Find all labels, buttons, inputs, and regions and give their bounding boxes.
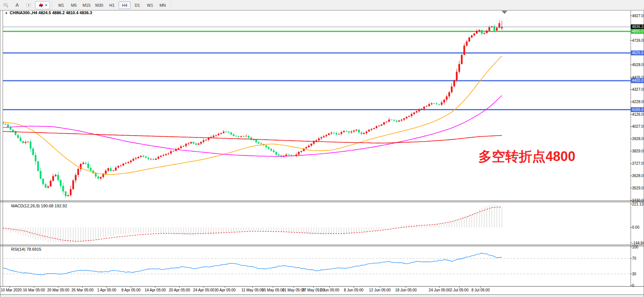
- timeframe-button-d1[interactable]: D1: [131, 1, 143, 9]
- fibonacci-tool-button[interactable]: F: [0, 1, 11, 9]
- price-tick-label: 4228.0: [632, 100, 644, 104]
- price-tick-label: 3727.0: [632, 161, 644, 165]
- price-tick-label: 3829.0: [632, 149, 644, 153]
- candle: [37, 161, 39, 171]
- date-tick-label: 2 Jul 05:00: [450, 288, 469, 292]
- toolbar-separator: [171, 1, 172, 9]
- date-tick-label: 11 May 05:00: [241, 288, 264, 292]
- terminal-window: F A T ▾ M1M5M15M30H1H4D1W1MN 多空转折点4800▼C…: [0, 0, 644, 297]
- date-tick-label: 18 Jun 05:00: [395, 288, 417, 292]
- date-tick-label: 1 Apr 05:00: [97, 288, 116, 292]
- price-annotation: 多空转折点4800: [478, 149, 575, 164]
- macd-tick-label: -144.84: [632, 241, 644, 245]
- price-badge: 4625.0: [632, 51, 644, 55]
- candle: [72, 179, 74, 190]
- svg-text:F: F: [7, 5, 9, 7]
- date-tick-label: 24 Jun 05:00: [429, 288, 450, 292]
- rsi-tick-label: 0: [632, 284, 634, 288]
- date-tick-label: 30 Apr 05:00: [215, 288, 236, 292]
- text-tool-icon: T: [26, 2, 31, 9]
- timeframe-button-m15[interactable]: M15: [81, 1, 93, 9]
- date-tick-label: 8 Jun 05:00: [344, 288, 364, 292]
- bottom-scroll-strip[interactable]: [0, 295, 644, 297]
- price-tick-label: 3928.0: [632, 137, 644, 141]
- macd-label: MACD(12,26,9) 190.68 192.92: [11, 204, 67, 208]
- macd-tick-label: 221.13: [632, 202, 644, 206]
- collapse-triangle-icon[interactable]: ▼: [5, 12, 8, 15]
- date-tick-label: 26 Mar 05:00: [72, 288, 94, 292]
- date-tick-label: 10 Mar 2020: [1, 288, 22, 292]
- rsi-label: RSI(14) 78.6915: [11, 247, 41, 251]
- price-badge: 4165.0: [632, 108, 644, 112]
- text-label-tool-button[interactable]: A: [12, 1, 22, 9]
- price-tick-label: 4726.0: [632, 38, 644, 43]
- rsi-tick-label: 30: [632, 272, 637, 276]
- timeframe-button-h1[interactable]: H1: [106, 1, 118, 9]
- price-badge: 4400.0: [632, 78, 644, 83]
- date-tick-label: 21 May 05:00: [282, 288, 305, 292]
- price-tick-label: 4027.0: [632, 124, 644, 129]
- date-tick-label: 15 May 05:00: [262, 288, 285, 292]
- date-tick-label: 20 Apr 05:00: [169, 288, 190, 292]
- price-tick-label: 3529.0: [632, 186, 644, 190]
- chevron-down-icon: ▾: [45, 3, 47, 7]
- price-tick-label: 4126.0: [632, 112, 644, 117]
- fibonacci-tool-icon: F: [3, 2, 8, 9]
- date-tick-label: 16 Mar 05:00: [23, 288, 45, 292]
- timeframe-button-m1[interactable]: M1: [55, 1, 67, 9]
- timeframe-button-m5[interactable]: M5: [68, 1, 80, 9]
- rsi-tick-label: 70: [632, 256, 637, 260]
- toolbar-separator: [52, 1, 53, 9]
- price-badge: 4836.3: [632, 25, 644, 29]
- text-tool-button[interactable]: T: [24, 1, 34, 9]
- timeframe-bar: M1M5M15M30H1H4D1W1MN: [55, 1, 169, 9]
- candle: [461, 54, 463, 65]
- chart-canvas[interactable]: 多空转折点4800▼CHINA300-,H4 4824.5 4886.2 481…: [0, 0, 644, 297]
- price-badge: 4800.0: [632, 29, 644, 33]
- date-tick-label: 8 Apr 05:00: [121, 288, 141, 292]
- candle: [303, 148, 305, 151]
- date-tick-label: 14 Apr 05:00: [145, 288, 166, 292]
- rsi-tick-label: 100: [632, 245, 638, 249]
- price-tick-label: 4327.0: [632, 87, 644, 92]
- price-tick-label: 4528.0: [632, 63, 644, 67]
- date-tick-label: 12 Jun 05:00: [369, 288, 391, 292]
- date-tick-label: 24 Apr 05:00: [193, 288, 215, 292]
- date-tick-label: 20 Mar 05:00: [47, 288, 69, 292]
- chart-title-group: ▼CHINA300-,H4 4824.5 4886.2 4810.4 4836.…: [5, 10, 92, 15]
- timeframe-button-h4[interactable]: H4: [119, 1, 131, 9]
- timeframe-button-m30[interactable]: M30: [93, 1, 105, 9]
- chart-title: CHINA300-,H4 4824.5 4886.2 4810.4 4836.3: [10, 10, 92, 15]
- price-tick-label: 3628.0: [632, 174, 644, 178]
- date-tick-label: 2 Jun 05:00: [320, 288, 340, 292]
- arrow-tools-button[interactable]: ▾: [35, 1, 50, 9]
- date-tick-label: 8 Jul 05:00: [472, 288, 490, 292]
- price-tick-label: 4927.0: [632, 14, 644, 18]
- svg-text:T: T: [28, 4, 30, 6]
- arrow-tools-icon: [38, 2, 44, 8]
- text-label-icon: A: [15, 2, 19, 8]
- toolbar: F A T ▾ M1M5M15M30H1H4D1W1MN: [0, 0, 644, 10]
- macd-tick-label: 0.00: [632, 225, 640, 229]
- timeframe-button-mn[interactable]: MN: [157, 1, 169, 9]
- timeframe-button-w1[interactable]: W1: [144, 1, 156, 9]
